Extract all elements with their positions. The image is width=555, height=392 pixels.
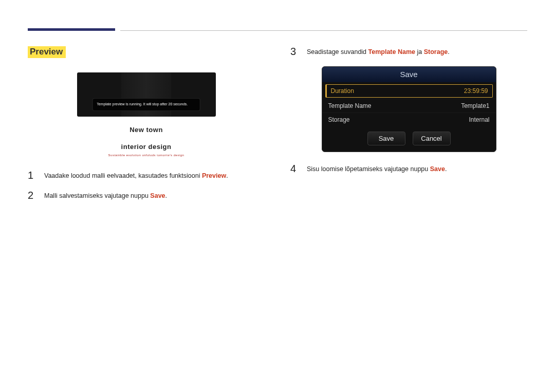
left-column: Preview Template preview is running. It … [28, 46, 265, 210]
left-steps: 1 Vaadake loodud malli eelvaadet, kasuta… [28, 170, 265, 201]
header-rule [28, 28, 527, 31]
row-label: Duration [331, 87, 354, 95]
step-text-post: . [165, 192, 167, 199]
step-4: 4 Sisu loomise lõpetamiseks vajutage nup… [290, 163, 527, 174]
save-button[interactable]: Save [367, 132, 405, 145]
preview-illustration: Template preview is running. It will sto… [77, 72, 216, 157]
step-number: 4 [290, 163, 298, 174]
step-number: 3 [290, 46, 298, 57]
content-columns: Preview Template preview is running. It … [28, 46, 527, 210]
step-text-pre: Sisu loomise lõpetamiseks vajutage nuppu [307, 165, 430, 173]
step-text: Sisu loomise lõpetamiseks vajutage nuppu… [307, 163, 447, 174]
step-text: Malli salvestamiseks vajutage nuppu Save… [44, 190, 167, 201]
step-text-pre: Seadistage suvandid [307, 48, 368, 55]
section-title: Preview [28, 46, 66, 58]
header-rule-accent [28, 28, 115, 31]
step-text-pre: Malli salvestamiseks vajutage nuppu [44, 192, 150, 199]
save-dialog-title: Save [322, 67, 496, 82]
header-rule-divider [120, 30, 527, 31]
save-dialog-rows: Duration 23:59:59 Template Name Template… [322, 84, 496, 126]
keyword-template-name: Template Name [368, 48, 415, 55]
row-label: Storage [328, 116, 350, 123]
preview-title-line1: New town [77, 126, 216, 134]
keyword-save: Save [150, 192, 165, 199]
step-text-post: . [448, 48, 449, 55]
row-template-name[interactable]: Template Name Template1 [322, 99, 496, 113]
preview-tagline: Sustainble evolution unfolods tomorrw's … [77, 154, 216, 157]
row-value: Template1 [461, 102, 489, 109]
right-column: 3 Seadistage suvandid Template Name ja S… [290, 46, 527, 210]
step-text-post: . [226, 172, 228, 179]
step-1: 1 Vaadake loodud malli eelvaadet, kasuta… [28, 170, 265, 181]
step-text-mid: ja [415, 48, 424, 55]
step-text: Seadistage suvandid Template Name ja Sto… [307, 46, 450, 57]
row-label: Template Name [328, 102, 372, 109]
step-3: 3 Seadistage suvandid Template Name ja S… [290, 46, 527, 57]
preview-title-line2: interior design [77, 143, 216, 151]
save-dialog-buttons: Save Cancel [322, 126, 496, 152]
row-storage[interactable]: Storage Internal [322, 113, 496, 126]
cancel-button[interactable]: Cancel [413, 132, 451, 145]
step-text: Vaadake loodud malli eelvaadet, kasutade… [44, 170, 228, 181]
keyword-storage: Storage [424, 48, 448, 55]
step-number: 2 [28, 190, 35, 200]
preview-running-toast: Template preview is running. It will sto… [92, 98, 200, 111]
step-text-pre: Vaadake loodud malli eelvaadet, kasutade… [44, 172, 202, 179]
save-dialog: Save Duration 23:59:59 Template Name Tem… [322, 66, 496, 152]
step-number: 1 [28, 170, 35, 180]
row-value: Internal [469, 116, 489, 123]
row-duration[interactable]: Duration 23:59:59 [325, 84, 493, 98]
step-2: 2 Malli salvestamiseks vajutage nuppu Sa… [28, 190, 265, 201]
preview-screen: Template preview is running. It will sto… [77, 72, 216, 117]
step-text-post: . [445, 165, 447, 173]
row-value: 23:59:59 [464, 87, 488, 95]
keyword-preview: Preview [202, 172, 226, 179]
keyword-save: Save [430, 165, 445, 173]
